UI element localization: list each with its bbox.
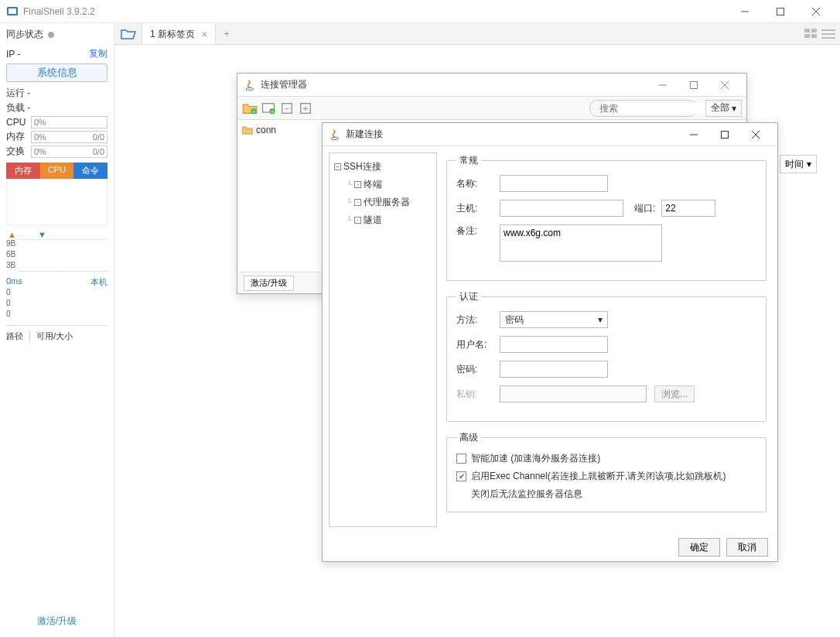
conn-mgr-close-button[interactable] bbox=[709, 74, 740, 96]
new-conn-maximize-button[interactable] bbox=[709, 124, 740, 146]
chevron-down-icon: ▾ bbox=[598, 314, 603, 325]
minimize-button[interactable] bbox=[727, 0, 763, 23]
auth-fieldset: 认证 方法: 密码▾ 用户名: 密码: bbox=[446, 290, 767, 422]
copy-conn-icon[interactable]: + bbox=[298, 101, 313, 116]
advanced-fieldset: 高级 智能加速 (加速海外服务器连接) ✔ 启用Exec Channel(若连接… bbox=[446, 431, 767, 512]
local-label: 本机 bbox=[90, 276, 108, 288]
username-input[interactable] bbox=[500, 336, 608, 353]
avail-col-header: 可用/大小 bbox=[36, 330, 73, 342]
chevron-down-icon: ▾ bbox=[732, 103, 736, 114]
system-info-button[interactable]: 系统信息 bbox=[6, 63, 108, 82]
exec-note: 关闭后无法监控服务器信息 bbox=[471, 488, 756, 501]
accel-checkbox[interactable] bbox=[456, 454, 466, 464]
tab-cpu[interactable]: CPU bbox=[40, 163, 74, 179]
new-connection-dialog: 新建连接 −SSH连接 └·终端 └·代理服务器 └·隧道 常规 bbox=[322, 122, 778, 562]
tree-node-proxy[interactable]: └·代理服务器 bbox=[333, 193, 433, 211]
exec-channel-label: 启用Exec Channel(若连接上就被断开,请关闭该项,比如跳板机) bbox=[471, 470, 726, 483]
sync-status-label: 同步状态 bbox=[6, 28, 43, 41]
conn-mgr-minimize-button[interactable] bbox=[647, 74, 678, 96]
name-input[interactable] bbox=[500, 175, 608, 192]
new-conn-minimize-button[interactable] bbox=[678, 124, 709, 146]
user-label: 用户名: bbox=[456, 338, 500, 351]
copy-ip-link[interactable]: 复制 bbox=[89, 47, 108, 60]
svg-rect-1 bbox=[9, 9, 16, 14]
general-fieldset: 常规 名称: 主机: 端口: 备注: bbox=[446, 154, 767, 281]
conn-mgr-titlebar[interactable]: 连接管理器 bbox=[237, 74, 746, 97]
ok-button[interactable]: 确定 bbox=[678, 538, 720, 557]
svg-rect-6 bbox=[804, 29, 810, 33]
svg-text:+: + bbox=[271, 108, 274, 114]
svg-rect-7 bbox=[811, 29, 817, 33]
disk-header: 路径 可用/大小 bbox=[6, 330, 108, 342]
connection-type-tree: −SSH连接 └·终端 └·代理服务器 └·隧道 bbox=[329, 152, 437, 527]
mem-metric-label: 内存 bbox=[6, 130, 28, 143]
tree-node-tunnel[interactable]: └·隧道 bbox=[333, 211, 433, 229]
tab-new[interactable]: 1 新标签页 ✕ bbox=[142, 23, 216, 44]
open-folder-button[interactable] bbox=[114, 23, 142, 44]
svg-point-13 bbox=[246, 87, 254, 90]
add-tab-button[interactable]: ＋ bbox=[216, 23, 237, 44]
remark-input[interactable] bbox=[500, 224, 662, 262]
svg-rect-8 bbox=[804, 34, 810, 38]
new-conn-icon[interactable]: + bbox=[261, 101, 276, 116]
swap-ratio: 0/0 bbox=[93, 146, 104, 157]
maximize-button[interactable] bbox=[763, 0, 798, 23]
new-conn-close-button[interactable] bbox=[740, 124, 771, 146]
host-label: 主机: bbox=[456, 202, 500, 215]
host-input[interactable] bbox=[500, 200, 623, 217]
cpu-metric-label: CPU bbox=[6, 117, 28, 128]
app-icon bbox=[6, 5, 19, 18]
chevron-down-icon: ▾ bbox=[807, 159, 811, 170]
conn-mgr-maximize-button[interactable] bbox=[678, 74, 709, 96]
conn-folder-item[interactable]: conn bbox=[242, 125, 302, 135]
tabbar: 1 新标签页 ✕ ＋ bbox=[114, 23, 840, 45]
name-label: 名称: bbox=[456, 177, 500, 190]
cancel-button[interactable]: 取消 bbox=[726, 538, 768, 557]
tree-node-terminal[interactable]: └·终端 bbox=[333, 176, 433, 193]
method-label: 方法: bbox=[456, 313, 500, 327]
tab-command[interactable]: 命令 bbox=[73, 163, 108, 179]
tree-collapse-icon[interactable]: − bbox=[334, 163, 341, 170]
conn-folder-label: conn bbox=[256, 125, 276, 135]
advanced-legend: 高级 bbox=[456, 431, 481, 444]
folder-icon bbox=[242, 125, 253, 135]
new-conn-title: 新建连接 bbox=[346, 128, 678, 141]
browse-key-button: 浏览... bbox=[654, 385, 695, 402]
exec-channel-checkbox[interactable]: ✔ bbox=[456, 471, 466, 481]
filter-all-dropdown[interactable]: 全部▾ bbox=[705, 100, 742, 117]
app-title: FinalShell 3.9.2.2 bbox=[23, 6, 727, 17]
mem-ratio: 0/0 bbox=[93, 132, 104, 142]
svg-text:+: + bbox=[252, 108, 255, 114]
general-legend: 常规 bbox=[456, 154, 481, 167]
tab-label: 1 新标签页 bbox=[150, 28, 195, 41]
search-input[interactable] bbox=[599, 103, 715, 114]
upload-arrow-icon: ▲ bbox=[8, 230, 16, 239]
svg-rect-10 bbox=[821, 29, 835, 31]
view-list-icon[interactable] bbox=[821, 29, 835, 39]
tree-node-ssh[interactable]: −SSH连接 bbox=[333, 158, 433, 176]
tab-memory[interactable]: 内存 bbox=[6, 163, 40, 179]
conn-mgr-title: 连接管理器 bbox=[261, 78, 647, 91]
method-select[interactable]: 密码▾ bbox=[500, 311, 608, 328]
time-dropdown-button[interactable]: 时间▾ bbox=[780, 155, 817, 173]
conn-mgr-toolbar: + + − + 全部▾ bbox=[237, 97, 746, 120]
pass-label: 密码: bbox=[456, 363, 500, 376]
password-input[interactable] bbox=[500, 361, 608, 378]
new-conn-titlebar[interactable]: 新建连接 bbox=[323, 123, 777, 146]
tab-close-icon[interactable]: ✕ bbox=[201, 30, 207, 39]
svg-text:+: + bbox=[303, 103, 309, 112]
time-dropdown-container: 时间▾ bbox=[780, 155, 817, 173]
conn-tree: conn bbox=[237, 120, 307, 272]
search-box[interactable] bbox=[589, 100, 698, 117]
new-folder-icon[interactable]: + bbox=[242, 101, 258, 116]
cpu-bar: 0% bbox=[31, 116, 108, 128]
activate-link[interactable]: 激活/升级 bbox=[6, 610, 108, 632]
delete-icon[interactable]: − bbox=[279, 101, 295, 116]
monitor-tabs: 内存 CPU 命令 bbox=[6, 163, 108, 179]
close-button[interactable] bbox=[798, 0, 834, 23]
port-input[interactable] bbox=[661, 200, 715, 217]
view-grid-icon[interactable] bbox=[804, 29, 818, 39]
content-area: 1 新标签页 ✕ ＋ 时间▾ 连接管理器 bbox=[114, 23, 840, 637]
conn-mgr-activate-button[interactable]: 激活/升级 bbox=[244, 276, 294, 291]
zero-labels: 0 0 0 bbox=[6, 288, 108, 320]
